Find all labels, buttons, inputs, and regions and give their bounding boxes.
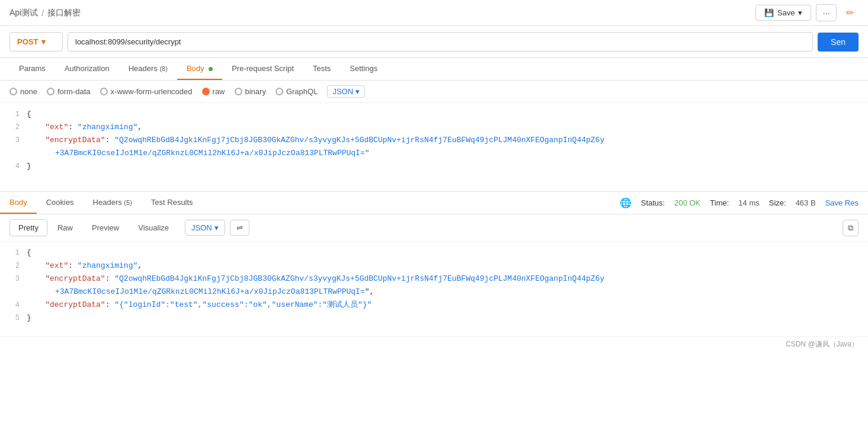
size-value: 463 B [796, 198, 816, 207]
resp-line-number: 1 [0, 246, 27, 259]
resp-line-number: 2 [0, 259, 27, 272]
save-response-button[interactable]: Save Res [825, 198, 859, 207]
resp-line-content: { [27, 246, 868, 259]
request-tabs: ParamsAuthorizationHeaders (8)Body Pre-r… [0, 58, 868, 81]
body-type-none[interactable]: none [9, 87, 37, 96]
response-tab-test-results[interactable]: Test Results [142, 192, 203, 214]
code-line: 4} [0, 160, 868, 173]
footer-text: CSDN @谦风（Java） [786, 340, 859, 348]
size-label: Size: [769, 198, 786, 207]
radio-circle-x-www-form-urlencoded [100, 88, 108, 95]
breadcrumb-root: Api测试 [9, 8, 38, 18]
response-json-format[interactable]: JSON ▾ [185, 220, 225, 236]
copy-button[interactable]: ⧉ [843, 220, 859, 236]
request-tab-pre-request-script[interactable]: Pre-request Script [222, 58, 303, 80]
response-view-tab-raw[interactable]: Raw [49, 219, 82, 236]
time-value: 14 ms [738, 198, 759, 207]
resp-code-line: 1{ [0, 246, 868, 259]
breadcrumb: Api测试 / 接口解密 [9, 8, 81, 18]
tab-badge: (5) [124, 199, 132, 206]
resp-line-content: "encryptData": "Q2owqhREbGdB4JgkiKnFgj7j… [27, 272, 868, 299]
body-type-label-graphql: GraphQL [286, 87, 318, 96]
resp-line-content: "decryptData": "{"loginId":"test","succe… [27, 299, 868, 312]
resp-line-number: 3 [0, 272, 27, 285]
response-tab-headers[interactable]: Headers (5) [84, 192, 142, 214]
body-type-label-binary: binary [245, 87, 266, 96]
radio-circle-binary [235, 88, 242, 95]
line-content: } [27, 160, 868, 173]
more-button[interactable]: ··· [816, 4, 837, 21]
header-actions: 💾 Save ▾ ··· ✏ [755, 4, 859, 21]
radio-circle-raw [202, 88, 210, 95]
line-number: 2 [0, 121, 27, 134]
request-body-editor[interactable]: 1{2 "ext": "zhangximing",3 "encryptData"… [0, 103, 868, 192]
breadcrumb-separator: / [41, 8, 44, 18]
request-tab-settings[interactable]: Settings [340, 58, 387, 80]
line-number: 1 [0, 108, 27, 121]
body-type-raw[interactable]: raw [202, 87, 225, 96]
resp-json-label: JSON [191, 223, 212, 232]
status-value: 200 OK [674, 198, 700, 207]
radio-circle-form-data [47, 88, 55, 95]
line-content: "encryptData": "Q2owqhREbGdB4JgkiKnFgj7j… [27, 134, 868, 160]
tab-dot [209, 67, 213, 71]
wrap-button[interactable]: ⇌ [230, 220, 249, 236]
body-type-label-none: none [20, 87, 37, 96]
response-status-bar: 🌐 Status: 200 OK Time: 14 ms Size: 463 B… [610, 197, 868, 208]
request-tab-tests[interactable]: Tests [303, 58, 340, 80]
body-type-x-www-form-urlencoded[interactable]: x-www-form-urlencoded [100, 87, 193, 96]
response-header-row: BodyCookiesHeaders (5)Test Results 🌐 Sta… [0, 192, 868, 214]
response-tab-body[interactable]: Body [0, 192, 37, 214]
response-tab-cookies[interactable]: Cookies [37, 192, 84, 214]
request-tab-authorization[interactable]: Authorization [55, 58, 119, 80]
response-body-editor: 1{2 "ext": "zhangximing",3 "encryptData"… [0, 242, 868, 336]
code-line: 1{ [0, 108, 868, 121]
url-section: POST ▾ Sen [0, 26, 868, 58]
edit-button[interactable]: ✏ [841, 4, 859, 21]
breadcrumb-page: 接口解密 [47, 8, 81, 18]
response-view-tab-visualize[interactable]: Visualize [129, 219, 178, 236]
time-label: Time: [710, 198, 729, 207]
body-type-graphql[interactable]: GraphQL [276, 87, 318, 96]
send-button[interactable]: Sen [818, 33, 859, 52]
tab-badge: (8) [159, 65, 167, 72]
method-select[interactable]: POST ▾ [9, 32, 63, 52]
globe-icon: 🌐 [620, 197, 632, 208]
url-input[interactable] [68, 32, 813, 52]
resp-line-number: 5 [0, 312, 27, 325]
save-button[interactable]: 💾 Save ▾ [755, 5, 812, 21]
line-number: 3 [0, 134, 27, 147]
body-type-row: noneform-datax-www-form-urlencodedrawbin… [0, 81, 868, 103]
json-arrow: ▾ [355, 87, 360, 96]
request-tab-params[interactable]: Params [9, 58, 55, 80]
resp-line-number: 4 [0, 299, 27, 312]
save-dropdown-arrow[interactable]: ▾ [798, 8, 802, 17]
json-format-label: JSON [332, 87, 353, 96]
body-type-label-x-www-form-urlencoded: x-www-form-urlencoded [111, 87, 193, 96]
radio-circle-graphql [276, 88, 283, 95]
resp-code-line: 3 "encryptData": "Q2owqhREbGdB4JgkiKnFgj… [0, 272, 868, 299]
method-arrow: ▾ [41, 37, 46, 46]
line-number: 4 [0, 160, 27, 173]
response-view-row: PrettyRawPreviewVisualize JSON ▾ ⇌ ⧉ [0, 214, 868, 242]
resp-line-content: "ext": "zhangximing", [27, 259, 868, 272]
body-type-label-form-data: form-data [57, 87, 91, 96]
response-view-tab-preview[interactable]: Preview [83, 219, 128, 236]
line-content: { [27, 108, 868, 121]
request-tab-body[interactable]: Body [177, 58, 222, 80]
resp-line-content: } [27, 312, 868, 325]
code-line: 3 "encryptData": "Q2owqhREbGdB4JgkiKnFgj… [0, 134, 868, 160]
save-disk-icon: 💾 [764, 8, 774, 17]
response-tabs: BodyCookiesHeaders (5)Test Results [0, 192, 203, 214]
response-view-tab-pretty[interactable]: Pretty [9, 219, 47, 236]
method-label: POST [17, 37, 38, 46]
request-tab-headers[interactable]: Headers (8) [119, 58, 177, 80]
save-label: Save [777, 8, 795, 17]
resp-json-arrow: ▾ [214, 223, 219, 232]
resp-code-line: 5} [0, 312, 868, 325]
response-view-tabs: PrettyRawPreviewVisualize [9, 219, 178, 236]
json-format-select[interactable]: JSON▾ [327, 85, 365, 98]
body-type-form-data[interactable]: form-data [47, 87, 91, 96]
body-type-binary[interactable]: binary [235, 87, 266, 96]
status-label: Status: [641, 198, 665, 207]
